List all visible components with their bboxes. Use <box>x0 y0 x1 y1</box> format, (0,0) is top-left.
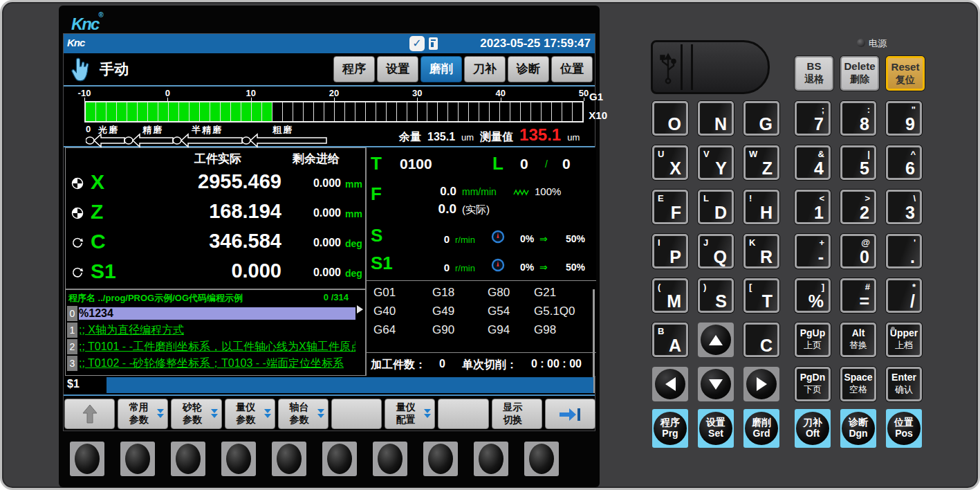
ruler-tick-mark <box>584 98 584 101</box>
program-line[interactable]: 2;; T0101 - -工件磨削坐标系，以工件轴心线为X轴工件原点 <box>67 338 355 355</box>
tab-磨削[interactable]: 磨削 <box>420 56 462 82</box>
key-c[interactable]: C <box>743 323 779 357</box>
key-arrow-left[interactable] <box>652 367 688 401</box>
mdi-input[interactable] <box>107 377 593 393</box>
softkey-wheel-params[interactable]: 砂轮参数 <box>171 399 221 429</box>
key-dot[interactable]: '. <box>886 234 922 269</box>
s-value: 0 <box>432 233 450 245</box>
key-minus[interactable]: +- <box>795 234 831 269</box>
key-delete[interactable]: Delete删除 <box>840 56 879 91</box>
key-2[interactable]: >2 <box>840 190 876 224</box>
key-upper[interactable]: Upper上档 <box>886 323 922 357</box>
key-m[interactable]: (M <box>652 278 688 313</box>
screen-soft-button-1[interactable] <box>70 442 104 476</box>
key-x[interactable]: UX <box>652 145 688 180</box>
key-dgn[interactable]: 诊断Dgn <box>840 409 876 448</box>
arrow-down-icon <box>709 379 723 390</box>
key-t[interactable]: [T <box>743 278 779 313</box>
key-backspace[interactable]: BS退格 <box>795 56 833 91</box>
grind-bar-cell <box>189 102 200 121</box>
softkey-gauge-params[interactable]: 量仪参数 <box>225 399 275 429</box>
key-equals[interactable]: #= <box>840 278 876 313</box>
tab-刀补[interactable]: 刀补 <box>464 56 506 82</box>
screen-soft-button-4[interactable] <box>221 442 256 476</box>
key-set[interactable]: 设置Set <box>698 409 734 448</box>
softkey-table-params[interactable]: 轴台参数 <box>278 399 329 429</box>
key-reset[interactable]: Reset复位 <box>886 56 925 91</box>
key-g[interactable]: G <box>743 101 779 136</box>
key-4[interactable]: &4 <box>795 145 831 180</box>
grind-bar-cell <box>407 102 418 121</box>
screen-soft-button-3[interactable] <box>171 442 205 476</box>
tab-位置[interactable]: 位置 <box>551 56 593 82</box>
program-line[interactable]: 3;; T0102 - -砂轮修整坐标系；T0103 - -端面定位坐标系 <box>67 355 355 372</box>
screen-soft-button-2[interactable] <box>120 442 155 476</box>
key-prg[interactable]: 程序Prg <box>652 409 688 448</box>
key-f[interactable]: EF <box>652 190 688 224</box>
axis-row-X: X2955.4690.000mm <box>66 169 365 199</box>
screen-soft-button-10[interactable] <box>524 442 559 476</box>
key-arrow-up[interactable] <box>698 323 734 357</box>
softkey-next-menu[interactable] <box>545 399 595 429</box>
softkey-display-toggle[interactable]: 显示切换 <box>492 399 542 429</box>
key-pos[interactable]: 位置Pos <box>886 409 922 448</box>
softkey-common-params[interactable]: 常用参数 <box>118 399 168 429</box>
screen-soft-button-5[interactable] <box>272 442 306 476</box>
tab-程序[interactable]: 程序 <box>333 56 375 82</box>
softkey-blank-8[interactable] <box>438 399 488 429</box>
key-1[interactable]: <1 <box>795 190 831 224</box>
key-5[interactable]: |5 <box>840 145 876 180</box>
key-arrow-down[interactable] <box>698 367 734 401</box>
program-line[interactable]: 0%1234 <box>67 305 355 322</box>
key-a[interactable]: BA <box>652 323 688 357</box>
ruler-tick-label: -10 <box>78 88 91 98</box>
s-label: S <box>371 225 382 246</box>
screen-soft-button-6[interactable] <box>322 442 357 476</box>
key-o[interactable]: O <box>652 101 688 136</box>
axis-actual-value: 346.584 <box>121 230 281 253</box>
key-8[interactable]: :8 <box>840 101 876 136</box>
key-slash[interactable]: */ <box>886 278 922 313</box>
key-enter[interactable]: Enter确认 <box>886 367 922 401</box>
screen-soft-button-9[interactable] <box>474 442 508 476</box>
softkey-gauge-config[interactable]: 量仪配置 <box>385 399 435 429</box>
key-arrow-right[interactable] <box>743 367 779 401</box>
key-0[interactable]: @0 <box>840 234 876 269</box>
ruler-tick-label: 30 <box>412 88 422 98</box>
key-6[interactable]: ^6 <box>886 145 922 180</box>
softkey-label-line2: 配置 <box>385 414 426 426</box>
key-h[interactable]: !H <box>743 190 779 224</box>
program-line[interactable]: 1;; X轴为直径编程方式 <box>67 322 355 338</box>
key-q[interactable]: JQ <box>698 234 734 269</box>
axis-actual-value: 168.194 <box>121 200 281 223</box>
tab-诊断[interactable]: 诊断 <box>508 56 549 82</box>
key-z[interactable]: WZ <box>743 145 779 180</box>
key-p[interactable]: IP <box>652 234 688 269</box>
screen-soft-button-8[interactable] <box>423 442 458 476</box>
key-r[interactable]: KR <box>743 234 779 269</box>
key-percent[interactable]: ]% <box>795 278 831 313</box>
key-oft[interactable]: 刀补Oft <box>795 409 831 448</box>
softkey-back[interactable] <box>64 399 115 429</box>
key-grd[interactable]: 磨削Grd <box>743 409 779 448</box>
grind-bar <box>84 101 584 122</box>
screen-soft-button-7[interactable] <box>373 442 407 476</box>
key-9[interactable]: "9 <box>886 101 922 136</box>
key-pgdn[interactable]: PgDn下页 <box>795 367 831 401</box>
key-3[interactable]: \3 <box>886 190 922 224</box>
tab-设置[interactable]: 设置 <box>377 56 418 82</box>
key-pgup[interactable]: PgUp上页 <box>795 323 831 357</box>
key-d[interactable]: LD <box>698 190 734 224</box>
key-y[interactable]: VY <box>698 145 734 180</box>
scroll-arrow-icon[interactable] <box>357 305 363 314</box>
key-main-label: = <box>859 293 869 310</box>
key-space[interactable]: Space空格 <box>840 367 876 401</box>
oval-keycap <box>176 444 201 474</box>
axis-actual-value: 0.000 <box>121 260 281 282</box>
key-7[interactable]: ;7 <box>795 101 831 136</box>
axes-rows: X2955.4690.000mmZ168.1940.000mmC346.5840… <box>66 169 365 288</box>
key-alt[interactable]: Alt替换 <box>840 323 876 357</box>
key-n[interactable]: N <box>698 101 734 136</box>
softkey-blank-6[interactable] <box>331 399 382 429</box>
key-s[interactable]: )S <box>698 278 734 313</box>
